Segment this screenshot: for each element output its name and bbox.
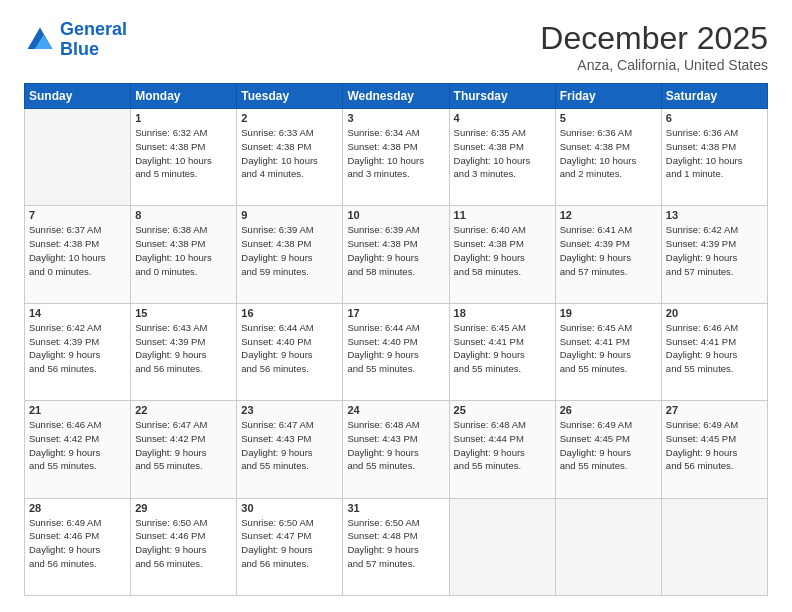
day-number: 1	[135, 112, 232, 124]
day-info: Sunrise: 6:38 AM Sunset: 4:38 PM Dayligh…	[135, 223, 232, 278]
calendar-cell: 30Sunrise: 6:50 AM Sunset: 4:47 PM Dayli…	[237, 498, 343, 595]
day-info: Sunrise: 6:44 AM Sunset: 4:40 PM Dayligh…	[241, 321, 338, 376]
calendar-header-row: SundayMondayTuesdayWednesdayThursdayFrid…	[25, 84, 768, 109]
day-info: Sunrise: 6:49 AM Sunset: 4:45 PM Dayligh…	[666, 418, 763, 473]
day-number: 12	[560, 209, 657, 221]
logo-text: General Blue	[60, 20, 127, 60]
day-number: 2	[241, 112, 338, 124]
day-number: 7	[29, 209, 126, 221]
day-number: 6	[666, 112, 763, 124]
calendar-cell: 8Sunrise: 6:38 AM Sunset: 4:38 PM Daylig…	[131, 206, 237, 303]
calendar-cell: 16Sunrise: 6:44 AM Sunset: 4:40 PM Dayli…	[237, 303, 343, 400]
calendar-cell: 17Sunrise: 6:44 AM Sunset: 4:40 PM Dayli…	[343, 303, 449, 400]
day-number: 11	[454, 209, 551, 221]
day-info: Sunrise: 6:36 AM Sunset: 4:38 PM Dayligh…	[560, 126, 657, 181]
calendar-cell	[555, 498, 661, 595]
calendar-cell	[449, 498, 555, 595]
calendar-cell: 9Sunrise: 6:39 AM Sunset: 4:38 PM Daylig…	[237, 206, 343, 303]
day-info: Sunrise: 6:50 AM Sunset: 4:48 PM Dayligh…	[347, 516, 444, 571]
calendar-cell: 7Sunrise: 6:37 AM Sunset: 4:38 PM Daylig…	[25, 206, 131, 303]
day-info: Sunrise: 6:34 AM Sunset: 4:38 PM Dayligh…	[347, 126, 444, 181]
calendar-cell: 3Sunrise: 6:34 AM Sunset: 4:38 PM Daylig…	[343, 109, 449, 206]
calendar-day-header: Thursday	[449, 84, 555, 109]
day-number: 27	[666, 404, 763, 416]
day-number: 3	[347, 112, 444, 124]
day-info: Sunrise: 6:50 AM Sunset: 4:47 PM Dayligh…	[241, 516, 338, 571]
calendar-cell: 15Sunrise: 6:43 AM Sunset: 4:39 PM Dayli…	[131, 303, 237, 400]
calendar-day-header: Wednesday	[343, 84, 449, 109]
day-number: 8	[135, 209, 232, 221]
day-number: 14	[29, 307, 126, 319]
calendar-row: 1Sunrise: 6:32 AM Sunset: 4:38 PM Daylig…	[25, 109, 768, 206]
calendar-day-header: Tuesday	[237, 84, 343, 109]
day-number: 17	[347, 307, 444, 319]
calendar-cell: 10Sunrise: 6:39 AM Sunset: 4:38 PM Dayli…	[343, 206, 449, 303]
day-number: 31	[347, 502, 444, 514]
day-number: 26	[560, 404, 657, 416]
calendar-cell: 27Sunrise: 6:49 AM Sunset: 4:45 PM Dayli…	[661, 401, 767, 498]
calendar-cell: 13Sunrise: 6:42 AM Sunset: 4:39 PM Dayli…	[661, 206, 767, 303]
day-info: Sunrise: 6:39 AM Sunset: 4:38 PM Dayligh…	[347, 223, 444, 278]
day-info: Sunrise: 6:41 AM Sunset: 4:39 PM Dayligh…	[560, 223, 657, 278]
day-info: Sunrise: 6:42 AM Sunset: 4:39 PM Dayligh…	[666, 223, 763, 278]
day-number: 10	[347, 209, 444, 221]
calendar-cell: 20Sunrise: 6:46 AM Sunset: 4:41 PM Dayli…	[661, 303, 767, 400]
day-number: 28	[29, 502, 126, 514]
calendar-row: 14Sunrise: 6:42 AM Sunset: 4:39 PM Dayli…	[25, 303, 768, 400]
day-info: Sunrise: 6:46 AM Sunset: 4:41 PM Dayligh…	[666, 321, 763, 376]
day-number: 13	[666, 209, 763, 221]
calendar-cell: 25Sunrise: 6:48 AM Sunset: 4:44 PM Dayli…	[449, 401, 555, 498]
day-number: 30	[241, 502, 338, 514]
day-info: Sunrise: 6:33 AM Sunset: 4:38 PM Dayligh…	[241, 126, 338, 181]
calendar-cell: 29Sunrise: 6:50 AM Sunset: 4:46 PM Dayli…	[131, 498, 237, 595]
day-info: Sunrise: 6:46 AM Sunset: 4:42 PM Dayligh…	[29, 418, 126, 473]
day-info: Sunrise: 6:32 AM Sunset: 4:38 PM Dayligh…	[135, 126, 232, 181]
day-number: 24	[347, 404, 444, 416]
calendar-cell: 5Sunrise: 6:36 AM Sunset: 4:38 PM Daylig…	[555, 109, 661, 206]
calendar-cell	[25, 109, 131, 206]
calendar-cell: 26Sunrise: 6:49 AM Sunset: 4:45 PM Dayli…	[555, 401, 661, 498]
day-number: 18	[454, 307, 551, 319]
calendar-cell: 6Sunrise: 6:36 AM Sunset: 4:38 PM Daylig…	[661, 109, 767, 206]
calendar-cell: 22Sunrise: 6:47 AM Sunset: 4:42 PM Dayli…	[131, 401, 237, 498]
day-info: Sunrise: 6:48 AM Sunset: 4:44 PM Dayligh…	[454, 418, 551, 473]
sub-title: Anza, California, United States	[540, 57, 768, 73]
day-number: 22	[135, 404, 232, 416]
day-number: 9	[241, 209, 338, 221]
day-number: 23	[241, 404, 338, 416]
main-title: December 2025	[540, 20, 768, 57]
day-number: 20	[666, 307, 763, 319]
day-number: 25	[454, 404, 551, 416]
day-info: Sunrise: 6:45 AM Sunset: 4:41 PM Dayligh…	[454, 321, 551, 376]
calendar-cell	[661, 498, 767, 595]
day-number: 21	[29, 404, 126, 416]
day-info: Sunrise: 6:37 AM Sunset: 4:38 PM Dayligh…	[29, 223, 126, 278]
logo-icon	[24, 24, 56, 56]
calendar-day-header: Friday	[555, 84, 661, 109]
logo: General Blue	[24, 20, 127, 60]
day-number: 4	[454, 112, 551, 124]
day-info: Sunrise: 6:39 AM Sunset: 4:38 PM Dayligh…	[241, 223, 338, 278]
calendar-day-header: Monday	[131, 84, 237, 109]
day-info: Sunrise: 6:49 AM Sunset: 4:46 PM Dayligh…	[29, 516, 126, 571]
calendar-cell: 2Sunrise: 6:33 AM Sunset: 4:38 PM Daylig…	[237, 109, 343, 206]
calendar-cell: 28Sunrise: 6:49 AM Sunset: 4:46 PM Dayli…	[25, 498, 131, 595]
day-info: Sunrise: 6:45 AM Sunset: 4:41 PM Dayligh…	[560, 321, 657, 376]
calendar-row: 21Sunrise: 6:46 AM Sunset: 4:42 PM Dayli…	[25, 401, 768, 498]
day-info: Sunrise: 6:48 AM Sunset: 4:43 PM Dayligh…	[347, 418, 444, 473]
title-block: December 2025 Anza, California, United S…	[540, 20, 768, 73]
calendar-row: 28Sunrise: 6:49 AM Sunset: 4:46 PM Dayli…	[25, 498, 768, 595]
calendar-day-header: Saturday	[661, 84, 767, 109]
calendar-cell: 4Sunrise: 6:35 AM Sunset: 4:38 PM Daylig…	[449, 109, 555, 206]
day-number: 15	[135, 307, 232, 319]
day-info: Sunrise: 6:47 AM Sunset: 4:43 PM Dayligh…	[241, 418, 338, 473]
page: General Blue December 2025 Anza, Califor…	[0, 0, 792, 612]
day-info: Sunrise: 6:44 AM Sunset: 4:40 PM Dayligh…	[347, 321, 444, 376]
calendar-table: SundayMondayTuesdayWednesdayThursdayFrid…	[24, 83, 768, 596]
day-info: Sunrise: 6:49 AM Sunset: 4:45 PM Dayligh…	[560, 418, 657, 473]
day-number: 16	[241, 307, 338, 319]
calendar-cell: 12Sunrise: 6:41 AM Sunset: 4:39 PM Dayli…	[555, 206, 661, 303]
calendar-cell: 31Sunrise: 6:50 AM Sunset: 4:48 PM Dayli…	[343, 498, 449, 595]
calendar-cell: 1Sunrise: 6:32 AM Sunset: 4:38 PM Daylig…	[131, 109, 237, 206]
day-info: Sunrise: 6:50 AM Sunset: 4:46 PM Dayligh…	[135, 516, 232, 571]
